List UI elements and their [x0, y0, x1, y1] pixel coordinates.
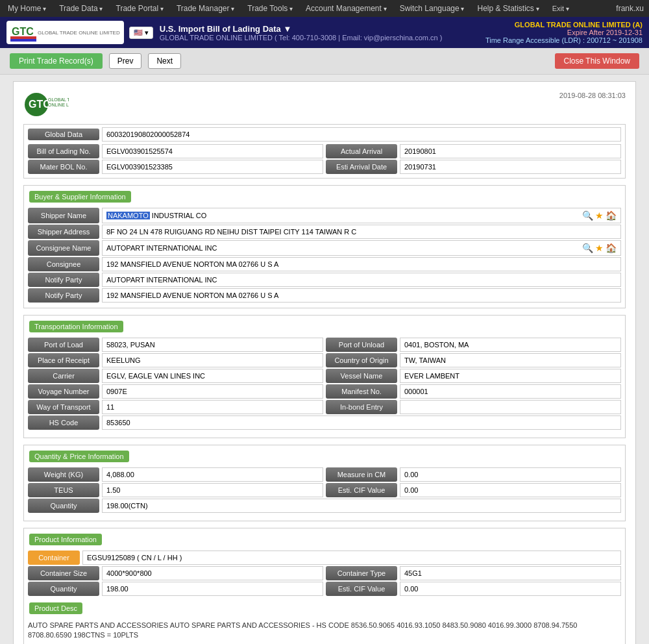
mater-bol-label: Mater BOL No. — [28, 160, 99, 174]
shipper-name-rest: INDUSTRIAL CO — [150, 212, 207, 219]
way-of-transport-label: Way of Transport — [28, 400, 99, 414]
record-logo: GTC GLOBAL TRADE ONLINE LIMITED — [23, 92, 69, 118]
in-bond-entry-label: In-bond Entry — [326, 400, 397, 414]
container-label: Container — [28, 551, 80, 565]
consignee-name-row: Consignee Name AUTOPART INTERNATIONAL IN… — [28, 240, 621, 256]
header-right: GLOBAL TRADE ONLINE LIMITED (A) Expire A… — [485, 21, 643, 44]
global-data-row: Global Data 600320190802000052874 — [28, 127, 621, 142]
shipper-search-icon[interactable]: 🔍 — [582, 210, 593, 221]
shipper-icons: 🔍 ★ 🏠 — [582, 210, 617, 221]
measure-cm-label: Measure in CM — [326, 467, 397, 482]
notify-party-1-row: Notify Party AUTOPART INTERNATIONAL INC — [28, 273, 621, 287]
actual-arrival-value: 20190801 — [400, 144, 621, 158]
shipper-address-value: 8F NO 24 LN 478 RUIGUANG RD NEIHU DIST T… — [102, 225, 621, 239]
consignee-row: Consignee 192 MANSFIELD AVENUE NORTON MA… — [28, 257, 621, 271]
actual-arrival-label: Actual Arrival — [326, 144, 397, 158]
actual-arrival-col: Actual Arrival 20190801 — [326, 144, 621, 158]
manifest-no-value: 000001 — [400, 384, 621, 399]
shipper-home-icon[interactable]: 🏠 — [606, 210, 617, 221]
product-section-title: Product Information — [29, 534, 102, 545]
container-size-label: Container Size — [28, 566, 99, 580]
print-button-top[interactable]: Print Trade Record(s) — [10, 53, 103, 69]
svg-text:ONLINE LIMITED: ONLINE LIMITED — [48, 103, 69, 107]
consignee-search-icon[interactable]: 🔍 — [582, 243, 593, 253]
product-desc-text: AUTO SPARE PARTS AND ACCESSORIES AUTO SP… — [28, 621, 621, 641]
transport-section: Transportation Information Port of Load … — [23, 315, 626, 438]
vessel-name-value: EVER LAMBENT — [400, 369, 621, 383]
gtc-logo-icon: GTC — [10, 23, 36, 42]
place-of-receipt-label: Place of Receipt — [28, 353, 99, 367]
esti-cif2-value: 0.00 — [400, 582, 621, 596]
mater-bol-col: Mater BOL No. EGLV003901523385 — [28, 160, 323, 174]
record-box: GTC GLOBAL TRADE ONLINE LIMITED 2019-08-… — [13, 81, 636, 644]
esti-cif2-label: Esti. CIF Value — [326, 582, 397, 596]
hs-code-label: HS Code — [28, 415, 99, 430]
close-button-top[interactable]: Close This Window — [555, 53, 639, 69]
svg-rect-2 — [10, 36, 36, 39]
place-of-receipt-value: KEELUNG — [102, 353, 323, 367]
nav-help-statistics[interactable]: Help & Statistics — [474, 3, 541, 14]
quantity-row: Quantity 198.00(CTN) — [28, 499, 621, 513]
shipper-star-icon[interactable]: ★ — [595, 210, 604, 221]
header-title: U.S. Import Bill of Lading Data ▼ — [160, 24, 443, 34]
container-row: Container EGSU9125089 ( CN / L / HH ) — [28, 551, 621, 565]
container-value: EGSU9125089 ( CN / L / HH ) — [82, 551, 621, 565]
expire-date: Expire After 2019-12-31 — [485, 29, 643, 36]
vessel-name-label: Vessel Name — [326, 369, 397, 383]
nav-my-home[interactable]: My Home — [5, 3, 49, 14]
in-bond-entry-value — [400, 400, 621, 414]
user-name: frank.xu — [616, 4, 644, 13]
time-range: Time Range Accessible (LDR) : 200712 ~ 2… — [485, 36, 643, 44]
flag-icon: 🇺🇸 — [134, 29, 143, 36]
record-container: GTC GLOBAL TRADE ONLINE LIMITED 2019-08-… — [0, 75, 649, 644]
global-data-value: 600320190802000052874 — [102, 127, 621, 142]
quantity2-label: Quantity — [28, 582, 99, 596]
notify-party-2-row: Notify Party 192 MANSFIELD AVENUE NORTON… — [28, 288, 621, 303]
nav-trade-data[interactable]: Trade Data — [56, 3, 105, 14]
logo-area: GTC GLOBAL TRADE ONLINE LIMITED 🇺🇸 ▾ — [6, 21, 153, 44]
hs-code-row: HS Code 853650 — [28, 415, 621, 430]
esti-arrival-value: 20190731 — [400, 160, 621, 174]
logo-box: GTC GLOBAL TRADE ONLINE LIMITED — [6, 21, 124, 44]
port-of-load-value: 58023, PUSAN — [102, 338, 323, 352]
measure-cm-value: 0.00 — [400, 467, 621, 482]
nav-trade-manager[interactable]: Trade Manager — [174, 3, 237, 14]
weight-row: Weight (KG) 4,088.00 Measure in CM 0.00 — [28, 467, 621, 482]
carrier-value: EGLV, EAGLE VAN LINES INC — [102, 369, 323, 383]
nav-trade-portal[interactable]: Trade Portal — [114, 3, 166, 14]
esti-arrival-col: Esti Arrival Date 20190731 — [326, 160, 621, 174]
quantity-label: Quantity — [28, 499, 99, 513]
record-logo-icon: GTC GLOBAL TRADE ONLINE LIMITED — [23, 92, 69, 118]
container-type-label: Container Type — [326, 566, 397, 580]
carrier-row: Carrier EGLV, EAGLE VAN LINES INC Vessel… — [28, 369, 621, 383]
country-of-origin-value: TW, TAIWAN — [400, 353, 621, 367]
consignee-value: 192 MANSFIELD AVENUE NORTON MA 02766 U S… — [102, 257, 621, 271]
product-section: Product Information Container EGSU912508… — [23, 528, 626, 644]
quantity-section-title: Quantity & Price Information — [29, 451, 129, 462]
consignee-home-icon[interactable]: 🏠 — [606, 243, 617, 253]
bol-row: Bill of Lading No. EGLV003901525574 Actu… — [28, 144, 621, 158]
teus-value: 1.50 — [102, 483, 323, 497]
container-size-row: Container Size 4000*900*800 Container Ty… — [28, 566, 621, 580]
port-of-load-label: Port of Load — [28, 338, 99, 352]
voyage-row: Voyage Number 0907E Manifest No. 000001 — [28, 384, 621, 399]
port-of-unload-label: Port of Unload — [326, 338, 397, 352]
next-button-top[interactable]: Next — [148, 53, 181, 69]
consignee-star-icon[interactable]: ★ — [595, 243, 604, 253]
prev-button-top[interactable]: Prev — [109, 53, 142, 69]
quantity-section: Quantity & Price Information Weight (KG)… — [23, 445, 626, 521]
flag-button[interactable]: 🇺🇸 ▾ — [129, 27, 153, 39]
nav-account-management[interactable]: Account Management — [303, 3, 389, 14]
nav-trade-tools[interactable]: Trade Tools — [245, 3, 295, 14]
quantity-value: 198.00(CTN) — [102, 499, 621, 513]
record-timestamp: 2019-08-28 08:31:03 — [559, 92, 626, 99]
content-area: Print Trade Record(s) Prev Next Close Th… — [0, 48, 649, 644]
record-header: GTC GLOBAL TRADE ONLINE LIMITED 2019-08-… — [23, 92, 626, 118]
bol-label: Bill of Lading No. — [28, 144, 99, 158]
consignee-name-text: AUTOPART INTERNATIONAL INC — [106, 244, 580, 252]
nav-exit[interactable]: Exit — [550, 3, 572, 14]
notify-party-2-value: 192 MANSFIELD AVENUE NORTON MA 02766 U S… — [102, 288, 621, 303]
esti-cif-value: 0.00 — [400, 483, 621, 497]
consignee-name-value: AUTOPART INTERNATIONAL INC 🔍 ★ 🏠 — [102, 240, 621, 256]
nav-switch-language[interactable]: Switch Language — [397, 3, 467, 14]
